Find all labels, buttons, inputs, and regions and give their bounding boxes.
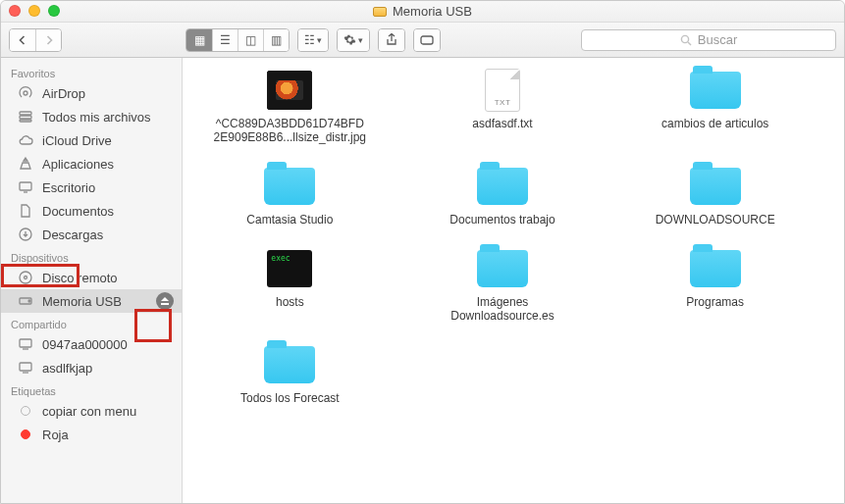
file-item[interactable]: Documentos trabajo	[401, 166, 605, 227]
sidebar-item-label: Aplicaciones	[42, 157, 114, 172]
view-list-button[interactable]: ☰	[212, 29, 238, 51]
sidebar-item-label: Escritorio	[42, 180, 95, 195]
file-item[interactable]: Programas	[613, 248, 817, 323]
drive-icon	[373, 7, 387, 17]
minimize-window-button[interactable]	[28, 5, 40, 17]
view-switcher: ▦ ☰ ◫ ▥	[185, 28, 290, 52]
sidebar-section-dispositivos: Dispositivos	[1, 246, 182, 266]
view-gallery-button[interactable]: ▥	[263, 29, 289, 51]
file-grid-area[interactable]: ^CC889DA3BDD61D74BFD2E909E88B6...llsize_…	[183, 58, 844, 503]
svg-rect-4	[20, 116, 31, 119]
sidebar-item-documents[interactable]: Documentos	[1, 199, 182, 223]
file-name: Programas	[686, 295, 744, 309]
exec-file-icon: exec	[267, 250, 312, 287]
svg-rect-13	[20, 363, 31, 371]
search-icon	[680, 34, 692, 46]
text-file-icon: TXT	[485, 69, 520, 112]
sidebar-item-label: Documentos	[42, 204, 114, 219]
folder-icon	[477, 250, 528, 287]
folder-icon	[690, 72, 741, 109]
sidebar-item-label: copiar con menu	[42, 404, 136, 419]
forward-button[interactable]	[35, 29, 61, 51]
window-title: Memoria USB	[373, 4, 472, 19]
sidebar-section-compartido: Compartido	[1, 313, 182, 332]
file-item[interactable]: exec hosts	[188, 248, 392, 323]
titlebar: Memoria USB	[1, 1, 844, 23]
sidebar-item-label: asdlfkjap	[42, 361, 92, 376]
svg-point-11	[28, 300, 30, 302]
action-menu[interactable]: ▾	[337, 28, 370, 52]
file-item[interactable]: Todos los Forecast	[188, 344, 392, 405]
sidebar-section-etiquetas: Etiquetas	[1, 379, 182, 399]
close-window-button[interactable]	[9, 5, 21, 17]
eject-button[interactable]	[156, 292, 174, 310]
svg-rect-5	[20, 120, 31, 122]
display-icon	[17, 360, 34, 376]
drive-icon	[17, 293, 34, 309]
folder-icon	[477, 168, 528, 205]
sidebar-item-applications[interactable]: Aplicaciones	[1, 152, 182, 176]
folder-icon	[264, 346, 315, 383]
desktop-icon	[17, 179, 34, 195]
nav-back-forward	[9, 28, 62, 52]
airdrop-icon	[17, 85, 34, 101]
svg-rect-12	[20, 339, 31, 347]
file-name: DOWNLOADSOURCE	[656, 213, 775, 227]
cloud-icon	[17, 132, 34, 148]
sidebar: Favoritos AirDrop Todos mis archivos iCl…	[1, 58, 183, 503]
tag-icon	[420, 34, 434, 46]
file-name: ImágenesDownloadsource.es	[450, 295, 554, 323]
window-title-text: Memoria USB	[393, 4, 472, 19]
tag-dot-red-icon	[17, 429, 34, 439]
svg-rect-6	[20, 182, 31, 190]
sidebar-item-usb-drive[interactable]: Memoria USB	[1, 289, 182, 313]
zoom-window-button[interactable]	[48, 5, 60, 17]
sidebar-item-label: Roja	[42, 428, 69, 442]
sidebar-item-label: Descargas	[42, 227, 103, 242]
sidebar-item-shared-1[interactable]: 0947aa000000	[1, 332, 182, 356]
tags-button[interactable]	[413, 28, 441, 52]
display-icon	[17, 336, 34, 352]
file-grid: ^CC889DA3BDD61D74BFD2E909E88B6...llsize_…	[188, 70, 817, 405]
svg-point-1	[681, 35, 688, 42]
share-button[interactable]	[378, 28, 405, 52]
sidebar-item-label: 0947aa000000	[42, 337, 128, 352]
file-item[interactable]: TXT asdfasdf.txt	[401, 70, 605, 144]
sidebar-tag-copiar[interactable]: copiar con menu	[1, 399, 182, 423]
file-item[interactable]: ^CC889DA3BDD61D74BFD2E909E88B6...llsize_…	[188, 70, 392, 144]
sidebar-item-remote-disc[interactable]: Disco remoto	[1, 266, 182, 289]
sidebar-item-all-my-files[interactable]: Todos mis archivos	[1, 105, 182, 128]
file-item[interactable]: DOWNLOADSOURCE	[613, 166, 817, 227]
back-button[interactable]	[10, 29, 35, 51]
sidebar-item-airdrop[interactable]: AirDrop	[1, 81, 182, 105]
file-item[interactable]: ImágenesDownloadsource.es	[401, 248, 605, 323]
view-icons-button[interactable]: ▦	[186, 29, 212, 51]
disc-icon	[17, 270, 34, 285]
folder-icon	[264, 168, 315, 205]
sidebar-item-icloud[interactable]: iCloud Drive	[1, 128, 182, 152]
file-name: Todos los Forecast	[240, 391, 340, 405]
file-item[interactable]: Camtasia Studio	[188, 166, 392, 227]
sidebar-item-label: Disco remoto	[42, 271, 118, 285]
file-name: hosts	[276, 295, 304, 309]
arrange-menu[interactable]: ☷▾	[297, 28, 329, 52]
sidebar-item-desktop[interactable]: Escritorio	[1, 176, 182, 199]
toolbar: ▦ ☰ ◫ ▥ ☷▾ ▾ Buscar	[1, 23, 844, 58]
sidebar-item-label: iCloud Drive	[42, 133, 112, 148]
image-thumbnail-icon	[267, 71, 312, 110]
stack-icon	[17, 109, 34, 125]
sidebar-item-shared-2[interactable]: asdlfkjap	[1, 356, 182, 379]
search-field[interactable]: Buscar	[581, 29, 836, 51]
svg-point-8	[20, 272, 31, 283]
traffic-lights	[9, 5, 60, 17]
sidebar-item-downloads[interactable]: Descargas	[1, 223, 182, 246]
apps-icon	[17, 156, 34, 172]
sidebar-tag-roja[interactable]: Roja	[1, 423, 182, 446]
file-item[interactable]: cambios de articulos	[613, 70, 817, 144]
sidebar-item-label: AirDrop	[42, 86, 85, 101]
file-name: Camtasia Studio	[246, 213, 333, 227]
file-name: cambios de articulos	[661, 117, 768, 130]
view-columns-button[interactable]: ◫	[238, 29, 263, 51]
sidebar-section-favoritos: Favoritos	[1, 62, 182, 81]
svg-rect-0	[421, 36, 433, 44]
